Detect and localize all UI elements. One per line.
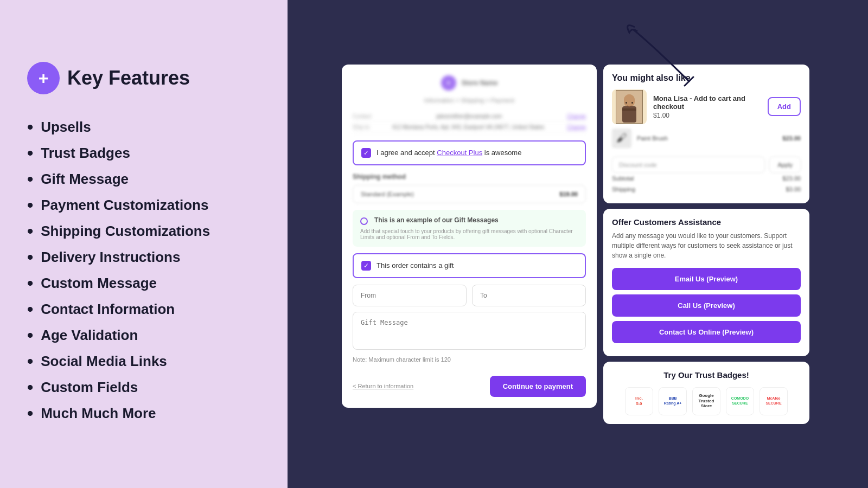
paint-brush-name: Paint Brush bbox=[637, 135, 777, 142]
assistance-card: Offer Customers Assistance Add any messa… bbox=[603, 209, 809, 356]
agree-checkbox[interactable]: ✓ bbox=[361, 148, 371, 158]
shipping-total-label: Shipping bbox=[612, 186, 635, 192]
gift-message-textarea[interactable] bbox=[353, 312, 586, 350]
feature-item: Shipping Customizations bbox=[27, 218, 260, 244]
to-input[interactable] bbox=[472, 285, 586, 306]
upsell-card: You might also like bbox=[603, 65, 809, 203]
shipping-section: Shipping method Standard (Example) $19.0… bbox=[353, 173, 586, 203]
shipping-option[interactable]: Standard (Example) $19.00 bbox=[353, 185, 586, 203]
agree-text: I agree and accept Checkout Plus is awes… bbox=[376, 149, 521, 157]
feature-item: Contact Information bbox=[27, 296, 260, 322]
shipping-option-price: $19.00 bbox=[559, 191, 578, 197]
svg-rect-7 bbox=[622, 108, 636, 111]
assistance-desc: Add any message you would like to your c… bbox=[612, 231, 801, 260]
email-us-button[interactable]: Email Us (Preview) bbox=[612, 268, 801, 290]
ship-to-row: Ship to 412 Montana Ports, Apt. 843, Eas… bbox=[353, 122, 586, 133]
feature-item: Delivery Instructions bbox=[27, 244, 260, 270]
shipping-method-label: Shipping method bbox=[353, 173, 586, 181]
call-us-button[interactable]: Call Us (Preview) bbox=[612, 294, 801, 317]
paint-brush-price: $23.00 bbox=[782, 135, 801, 142]
feature-item: Trust Badges bbox=[27, 140, 260, 166]
discount-row: Apply bbox=[612, 157, 801, 173]
features-list: UpsellsTrust BadgesGift MessagePayment C… bbox=[27, 114, 260, 426]
upsell-title: You might also like bbox=[612, 73, 801, 83]
checkout-plus-link[interactable]: Checkout Plus bbox=[437, 149, 482, 157]
feature-item: Gift Message bbox=[27, 166, 260, 192]
store-name: Store Name bbox=[462, 79, 498, 87]
assistance-title: Offer Customers Assistance bbox=[612, 217, 801, 227]
page-title: Key Features bbox=[67, 67, 190, 89]
main-content-area: + Store Name Information > Shipping > Pa… bbox=[342, 65, 814, 424]
feature-item: Much Much More bbox=[27, 400, 260, 426]
checkout-header: + Store Name bbox=[353, 75, 586, 91]
paint-brush-item: 🖌 Paint Brush $23.00 bbox=[612, 124, 801, 152]
trust-badge-item: Google Trusted Store bbox=[692, 387, 720, 415]
upsell-info: Mona Lisa - Add to cart and checkout $1.… bbox=[653, 94, 761, 119]
checkout-breadcrumb: Information > Shipping > Payment bbox=[353, 97, 586, 104]
gift-order-text: This order contains a gift bbox=[376, 261, 454, 269]
svg-rect-5 bbox=[626, 102, 627, 104]
contact-label: Contact bbox=[353, 113, 371, 119]
trust-badge-item: Inc. 5.0 bbox=[625, 387, 653, 415]
left-panel: + Key Features UpsellsTrust BadgesGift M… bbox=[0, 0, 288, 488]
gift-hint-title: This is an example of our Gift Messages bbox=[374, 216, 499, 224]
gift-hint-desc: Add that special touch to your products … bbox=[360, 228, 578, 240]
checkout-card: + Store Name Information > Shipping > Pa… bbox=[342, 65, 597, 408]
shipping-option-name: Standard (Example) bbox=[361, 191, 414, 197]
ship-to-value: 412 Montana Ports, Apt. 843, Eastport VA… bbox=[392, 124, 545, 130]
subtotal-row: Subtotal $23.00 bbox=[612, 173, 801, 184]
discount-input[interactable] bbox=[612, 157, 765, 173]
contact-change-link[interactable]: Change bbox=[567, 113, 586, 119]
feature-item: Age Validation bbox=[27, 322, 260, 348]
logo-title-row: + Key Features bbox=[27, 62, 260, 94]
agree-text-after: is awesome bbox=[484, 149, 522, 157]
ship-to-change-link[interactable]: Change bbox=[567, 124, 586, 130]
feature-item: Social Media Links bbox=[27, 348, 260, 374]
contact-us-online-button[interactable]: Contact Us Online (Preview) bbox=[612, 321, 801, 343]
logo-icon: + bbox=[27, 62, 60, 94]
gift-checkbox[interactable]: ✓ bbox=[361, 261, 371, 271]
contact-value: jakesmither@example.com bbox=[436, 113, 502, 119]
agree-text-before: I agree and accept bbox=[376, 149, 435, 157]
trust-title: Try Our Trust Badges! bbox=[612, 370, 801, 380]
right-panel: + Store Name Information > Shipping > Pa… bbox=[288, 0, 868, 488]
trust-badge-item: COMODO SECURE bbox=[726, 387, 754, 415]
shipping-total-row: Shipping $3.00 bbox=[612, 184, 801, 195]
logo-plus: + bbox=[39, 68, 49, 88]
contact-row: Contact jakesmither@example.com Change bbox=[353, 111, 586, 122]
upsell-image bbox=[612, 89, 647, 124]
trust-card: Try Our Trust Badges! Inc. 5.0BBB Rating… bbox=[603, 362, 809, 424]
apply-discount-button[interactable]: Apply bbox=[769, 157, 801, 173]
subtotal-value: $23.00 bbox=[782, 175, 801, 182]
ship-to-label: Ship to bbox=[353, 124, 369, 130]
char-limit-note: Note: Maximum character limit is 120 bbox=[353, 356, 586, 363]
checkout-logo-icon: + bbox=[441, 75, 456, 91]
upsell-item-price: $1.00 bbox=[653, 112, 761, 119]
feature-item: Upsells bbox=[27, 114, 260, 140]
from-input[interactable] bbox=[353, 285, 467, 306]
return-link[interactable]: < Return to information bbox=[353, 383, 413, 389]
gift-radio bbox=[360, 217, 368, 225]
checkout-bottom: < Return to information Continue to paym… bbox=[353, 370, 586, 397]
feature-item: Custom Fields bbox=[27, 374, 260, 400]
paint-brush-image: 🖌 bbox=[612, 129, 631, 148]
feature-item: Payment Customizations bbox=[27, 192, 260, 218]
trust-badges-row: Inc. 5.0BBB Rating A+Google Trusted Stor… bbox=[612, 387, 801, 415]
svg-rect-6 bbox=[631, 102, 633, 104]
gift-hint-box: This is an example of our Gift Messages … bbox=[353, 210, 586, 247]
agree-row[interactable]: ✓ I agree and accept Checkout Plus is aw… bbox=[353, 140, 586, 165]
gift-order-row[interactable]: ✓ This order contains a gift bbox=[353, 253, 586, 278]
from-to-row bbox=[353, 285, 586, 306]
trust-badge-item: McAfee SECURE bbox=[760, 387, 788, 415]
trust-badge-item: BBB Rating A+ bbox=[659, 387, 687, 415]
shipping-total-value: $3.00 bbox=[786, 186, 801, 192]
subtotal-label: Subtotal bbox=[612, 175, 634, 182]
mona-lisa-icon bbox=[616, 90, 643, 124]
feature-item: Custom Message bbox=[27, 270, 260, 296]
add-to-cart-button[interactable]: Add bbox=[768, 97, 801, 116]
upsell-item: Mona Lisa - Add to cart and checkout $1.… bbox=[612, 89, 801, 124]
upsell-item-name: Mona Lisa - Add to cart and checkout bbox=[653, 94, 761, 111]
continue-button[interactable]: Continue to payment bbox=[490, 376, 586, 397]
sidebar-panel: You might also like bbox=[603, 65, 809, 424]
